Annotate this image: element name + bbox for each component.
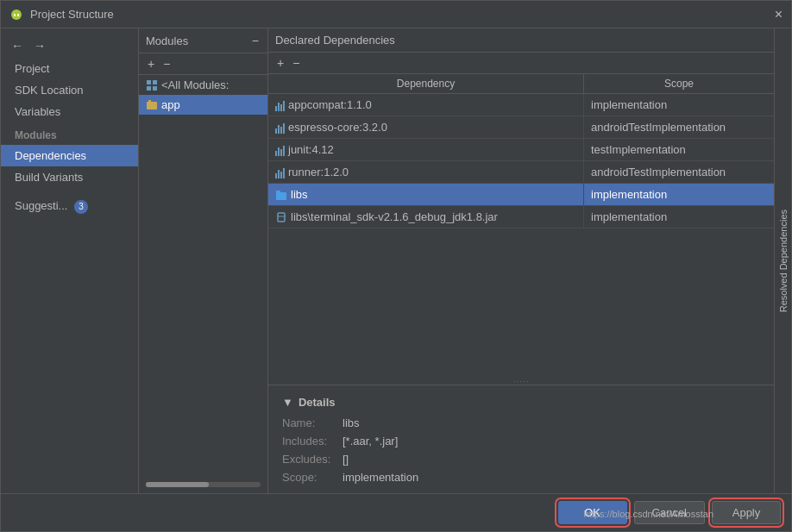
lib-icon-appcompat (275, 99, 285, 111)
dep-add-button[interactable]: + (275, 56, 286, 70)
details-collapse-icon: ▼ (282, 396, 293, 409)
modules-add-button[interactable]: + (146, 57, 156, 71)
svg-rect-8 (148, 100, 151, 103)
details-value-excludes: [] (343, 453, 349, 466)
dep-cell-scope-espresso: androidTestImplementation (584, 116, 774, 138)
suggestions-badge: 3 (74, 200, 88, 214)
dep-cell-scope-libs: implementation (584, 184, 774, 205)
resolved-sidebar[interactable]: Resolved Dependencies (774, 28, 791, 493)
dep-cell-name-libs-jar: libs\terminal_sdk-v2.1.6_debug_jdk1.8.ja… (268, 206, 584, 228)
svg-rect-4 (153, 80, 157, 84)
sidebar-item-project[interactable]: Project (1, 58, 138, 79)
dep-cell-name-junit: junit:4.12 (268, 139, 584, 160)
details-row-includes: Includes: [*.aar, *.jar] (268, 432, 774, 450)
dep-name-libs: libs (291, 188, 308, 201)
svg-rect-2 (17, 14, 19, 16)
dep-name-appcompat: appcompat:1.1.0 (288, 98, 372, 111)
title-bar: Project Structure × (1, 1, 791, 28)
dep-row-libs-jar[interactable]: libs\terminal_sdk-v2.1.6_debug_jdk1.8.ja… (268, 206, 774, 228)
sidebar-item-sdk-location[interactable]: SDK Location (1, 79, 138, 101)
svg-rect-7 (147, 102, 157, 110)
dep-cell-scope-junit: testImplementation (584, 139, 774, 160)
dep-cell-name-espresso: espresso-core:3.2.0 (268, 116, 584, 138)
svg-rect-3 (147, 80, 151, 84)
modules-panel-header: Modules − (139, 28, 267, 53)
dep-toolbar: + − (268, 53, 774, 74)
modules-list: <All Modules: app (139, 75, 267, 476)
apply-button[interactable]: Apply (712, 501, 781, 524)
details-label: Details (299, 396, 336, 409)
panel-divider[interactable]: ····· (268, 378, 774, 385)
module-item-app[interactable]: app (139, 95, 267, 115)
dep-list: appcompat:1.1.0 implementation espresso-… (268, 94, 774, 378)
svg-rect-5 (147, 86, 151, 91)
svg-point-0 (11, 9, 22, 20)
details-label-name: Name: (282, 416, 343, 429)
dep-row-junit[interactable]: junit:4.12 testImplementation (268, 139, 774, 161)
modules-icon (146, 79, 158, 91)
svg-rect-10 (276, 191, 280, 193)
dep-col-header-dependency: Dependency (268, 74, 584, 93)
details-row-scope: Scope: implementation (268, 468, 774, 486)
svg-rect-6 (153, 86, 157, 91)
details-row-excludes: Excludes: [] (268, 450, 774, 468)
details-label-includes: Includes: (282, 435, 343, 448)
details-value-includes: [*.aar, *.jar] (343, 435, 398, 448)
dep-row-espresso[interactable]: espresso-core:3.2.0 androidTestImplement… (268, 116, 774, 139)
back-button[interactable]: ← (8, 37, 27, 54)
modules-minimize-button[interactable]: − (250, 34, 261, 47)
modules-scrollbar-area[interactable] (139, 476, 267, 493)
dependencies-panel: Declared Dependencies + − Dependency Sco… (268, 28, 774, 493)
details-row-name: Name: libs (268, 414, 774, 432)
dep-row-runner[interactable]: runner:1.2.0 androidTestImplementation (268, 161, 774, 184)
modules-scrollbar-track (146, 482, 261, 487)
details-section: ▼ Details Name: libs Includes: [*.aar, *… (268, 385, 774, 493)
forward-button[interactable]: → (30, 37, 49, 54)
modules-toolbar: + − (139, 53, 267, 75)
android-icon (9, 8, 23, 22)
watermark: https://blog.csdn.net/Amosstan (584, 509, 713, 519)
details-label-scope: Scope: (282, 471, 343, 484)
sidebar-item-dependencies[interactable]: Dependencies (1, 145, 138, 166)
project-structure-dialog: Project Structure × ← → Project SDK Loca… (0, 0, 792, 532)
nav-toolbar: ← → (1, 35, 138, 58)
svg-rect-1 (14, 14, 16, 16)
details-header[interactable]: ▼ Details (268, 392, 774, 414)
main-layout: ← → Project SDK Location Variables Modul… (1, 28, 791, 493)
modules-title: Modules (146, 34, 188, 47)
details-value-name: libs (343, 416, 360, 429)
title-bar-left: Project Structure (9, 8, 114, 22)
module-item-all[interactable]: <All Modules: (139, 75, 267, 95)
dep-row-libs[interactable]: libs implementation (268, 184, 774, 206)
dep-name-runner: runner:1.2.0 (288, 166, 349, 178)
dep-panel-title: Declared Dependencies (275, 34, 395, 47)
dep-cell-scope-runner: androidTestImplementation (584, 161, 774, 183)
suggestions-label: Suggesti... (15, 199, 67, 212)
dep-cell-scope-libs-jar: implementation (584, 206, 774, 228)
module-label-app: app (161, 98, 180, 111)
resolved-sidebar-label: Resolved Dependencies (778, 210, 789, 312)
modules-section-label: Modules (1, 122, 138, 145)
modules-scrollbar-thumb (146, 482, 209, 487)
folder-icon-libs (275, 189, 287, 201)
dep-panel-header: Declared Dependencies (268, 28, 774, 53)
svg-rect-12 (278, 216, 285, 217)
module-label-all: <All Modules: (161, 78, 229, 91)
dep-table-header: Dependency Scope (268, 74, 774, 94)
jar-icon-libs (275, 211, 287, 223)
left-sidebar: ← → Project SDK Location Variables Modul… (1, 28, 139, 493)
sidebar-item-build-variants[interactable]: Build Variants (1, 166, 138, 188)
dep-name-junit: junit:4.12 (288, 143, 334, 156)
app-icon (146, 99, 158, 111)
dep-cell-name-runner: runner:1.2.0 (268, 161, 584, 183)
dialog-title: Project Structure (30, 8, 114, 21)
dep-remove-button[interactable]: − (291, 56, 301, 70)
modules-panel: Modules − + − <All Modules: (139, 28, 268, 493)
modules-remove-button[interactable]: − (161, 57, 172, 71)
dep-row-appcompat[interactable]: appcompat:1.1.0 implementation (268, 94, 774, 116)
dep-cell-name-libs: libs (268, 184, 584, 205)
close-button[interactable]: × (775, 8, 783, 22)
sidebar-item-variables[interactable]: Variables (1, 101, 138, 122)
sidebar-item-suggestions[interactable]: Suggesti... 3 (1, 195, 138, 218)
dep-col-header-scope: Scope (584, 74, 774, 93)
